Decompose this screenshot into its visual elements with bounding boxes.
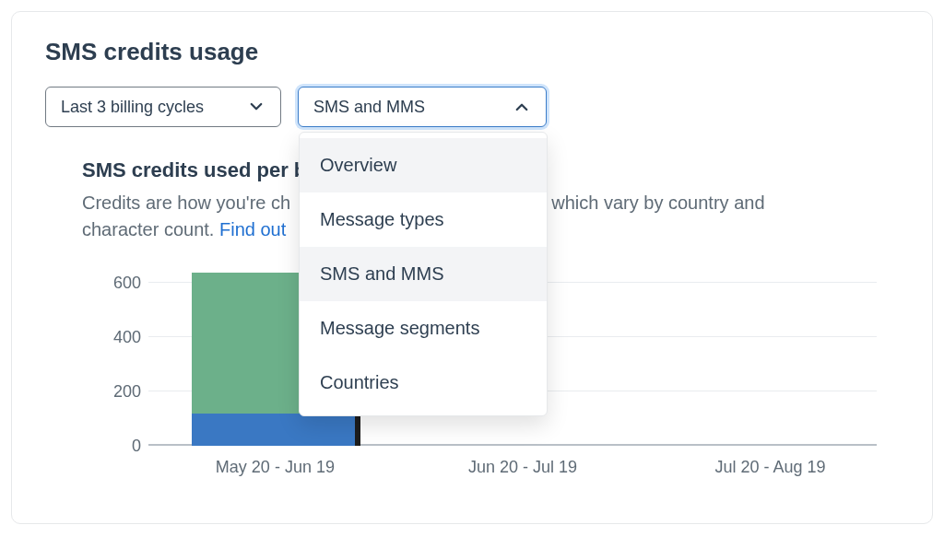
date-range-select[interactable]: Last 3 billing cycles xyxy=(45,87,281,127)
dropdown-option[interactable]: Countries xyxy=(300,356,547,410)
breakdown-select[interactable]: SMS and MMS OverviewMessage typesSMS and… xyxy=(298,87,547,127)
x-tick-label: Jul 20 - Aug 19 xyxy=(715,458,826,477)
x-tick-label: May 20 - Jun 19 xyxy=(216,458,335,477)
desc-fragment-1: Credits are how you're ch xyxy=(82,192,290,213)
breakdown-dropdown: OverviewMessage typesSMS and MMSMessage … xyxy=(299,132,548,416)
controls-row: Last 3 billing cycles SMS and MMS Overvi… xyxy=(45,87,899,127)
x-tick-label: Jun 20 - Jul 19 xyxy=(468,458,577,477)
chevron-up-icon xyxy=(513,98,531,116)
usage-card: SMS credits usage Last 3 billing cycles … xyxy=(11,11,933,524)
y-tick-label: 400 xyxy=(93,328,141,347)
dropdown-option[interactable]: SMS and MMS xyxy=(300,247,547,301)
y-tick-label: 0 xyxy=(93,437,141,456)
y-tick-label: 200 xyxy=(93,382,141,402)
find-out-link[interactable]: Find out xyxy=(219,219,286,239)
breakdown-selected-label: SMS and MMS xyxy=(313,98,425,117)
dropdown-option[interactable]: Overview xyxy=(300,138,547,192)
bar-segment[interactable] xyxy=(192,414,358,446)
page-title: SMS credits usage xyxy=(45,38,899,66)
date-range-label: Last 3 billing cycles xyxy=(61,98,204,117)
chevron-down-icon xyxy=(247,98,266,116)
dropdown-option[interactable]: Message segments xyxy=(300,301,547,356)
y-tick-label: 600 xyxy=(93,274,141,293)
dropdown-option[interactable]: Message types xyxy=(300,192,547,247)
